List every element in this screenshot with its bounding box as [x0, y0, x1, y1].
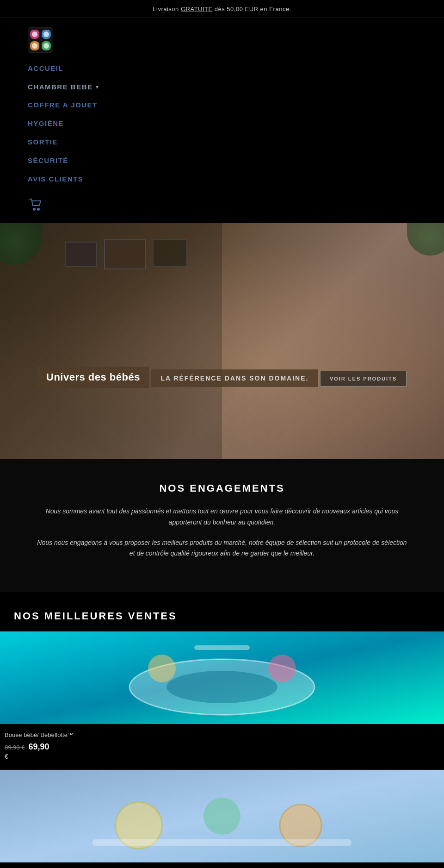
nav-item-coffre[interactable]: COFFRE A JOUET: [28, 101, 416, 109]
svg-point-10: [37, 208, 39, 210]
product-price-old-1: 89,90 €: [5, 744, 25, 751]
product-price-wrap-1: 89,90 € 69,90: [5, 742, 430, 752]
top-banner: Livraison GRATUITE dès 50,00 EUR en Fran…: [0, 0, 444, 18]
svg-point-7: [32, 43, 37, 49]
svg-point-6: [43, 31, 49, 37]
best-sellers-heading: NOS MEILLEURES VENTES: [14, 610, 430, 622]
svg-point-5: [32, 31, 37, 37]
header: ACCUEIL CHAMBRE BEBE ▾ COFFRE A JOUET HY…: [0, 18, 444, 223]
nav-link-avis[interactable]: AVIS CLIENTS: [28, 175, 83, 183]
product-image-svg-2: [0, 770, 444, 862]
svg-rect-21: [92, 839, 352, 846]
nav-link-hygiene[interactable]: HYGIÈNE: [28, 119, 64, 127]
hero-subtitle-box: LA RÉFÉRENCE DANS SON DOMAINE.: [151, 369, 318, 387]
product-image-2: [0, 770, 444, 862]
nav-item-securite[interactable]: SÉCURITÉ: [28, 156, 416, 165]
product-image-svg-1: [0, 631, 444, 724]
logo[interactable]: [28, 27, 53, 53]
svg-point-9: [33, 208, 35, 210]
hero-title: Univers des bébés: [46, 371, 140, 383]
nav-link-accueil[interactable]: ACCUEIL: [28, 64, 63, 72]
svg-point-8: [43, 43, 49, 49]
engagements-paragraph-2: Nous nous engageons à vous proposer les …: [37, 537, 407, 560]
nav-link-chambre-bebe[interactable]: CHAMBRE BEBE: [28, 83, 93, 91]
engagements-paragraph-1: Nous sommes avant tout des passionnés et…: [37, 506, 407, 528]
hero-subtitle: LA RÉFÉRENCE DANS SON DOMAINE.: [160, 375, 308, 382]
product-price-currency-1: €: [5, 753, 430, 760]
nav-item-accueil[interactable]: ACCUEIL: [28, 64, 416, 73]
product-name-1: Bouée bébé/ Bébéflotte™: [5, 731, 430, 738]
hero-left-overlay: [0, 223, 222, 459]
svg-point-15: [268, 655, 296, 682]
hero-title-box: Univers des bébés: [37, 367, 149, 388]
hero-cta-button[interactable]: VOIR LES PRODUITS: [320, 371, 407, 387]
product-info-2: Circuit Canards enfant/ DuckLift™: [0, 862, 444, 868]
nav-link-securite[interactable]: SÉCURITÉ: [28, 156, 68, 164]
best-sellers-header: NOS MEILLEURES VENTES: [0, 606, 444, 631]
cart-icon-wrap[interactable]: [28, 197, 416, 214]
nav-item-sortie[interactable]: SORTIE: [28, 138, 416, 146]
svg-rect-16: [194, 645, 250, 650]
cart-icon[interactable]: [28, 197, 43, 212]
svg-point-19: [204, 798, 240, 835]
hero-text-overlay: Univers des bébés LA RÉFÉRENCE DANS SON …: [37, 367, 407, 394]
product-price-new-1: 69,90: [28, 742, 49, 752]
product-image-1: [0, 631, 444, 724]
product-card-2[interactable]: Circuit Canards enfant/ DuckLift™: [0, 770, 444, 868]
nav-item-avis[interactable]: AVIS CLIENTS: [28, 175, 416, 183]
product-info-1: Bouée bébé/ Bébéflotte™ 89,90 € 69,90 €: [0, 724, 444, 769]
chevron-down-icon: ▾: [96, 84, 99, 90]
main-nav: ACCUEIL CHAMBRE BEBE ▾ COFFRE A JOUET HY…: [28, 64, 416, 183]
nav-item-chambre-bebe[interactable]: CHAMBRE BEBE ▾: [28, 83, 416, 91]
hero-section: Univers des bébés LA RÉFÉRENCE DANS SON …: [0, 223, 444, 459]
svg-point-14: [148, 655, 176, 682]
engagements-heading: NOS ENGAGEMENTS: [37, 482, 407, 494]
svg-point-13: [166, 671, 278, 703]
product-card-1[interactable]: Bouée bébé/ Bébéflotte™ 89,90 € 69,90 €: [0, 631, 444, 770]
nav-item-hygiene[interactable]: HYGIÈNE: [28, 119, 416, 128]
nav-link-sortie[interactable]: SORTIE: [28, 138, 58, 146]
nav-link-coffre[interactable]: COFFRE A JOUET: [28, 101, 98, 109]
banner-text: Livraison GRATUITE dès 50,00 EUR en Fran…: [153, 6, 291, 12]
best-sellers-section: NOS MEILLEURES VENTES: [0, 592, 444, 868]
engagements-section: NOS ENGAGEMENTS Nous sommes avant tout d…: [0, 459, 444, 592]
